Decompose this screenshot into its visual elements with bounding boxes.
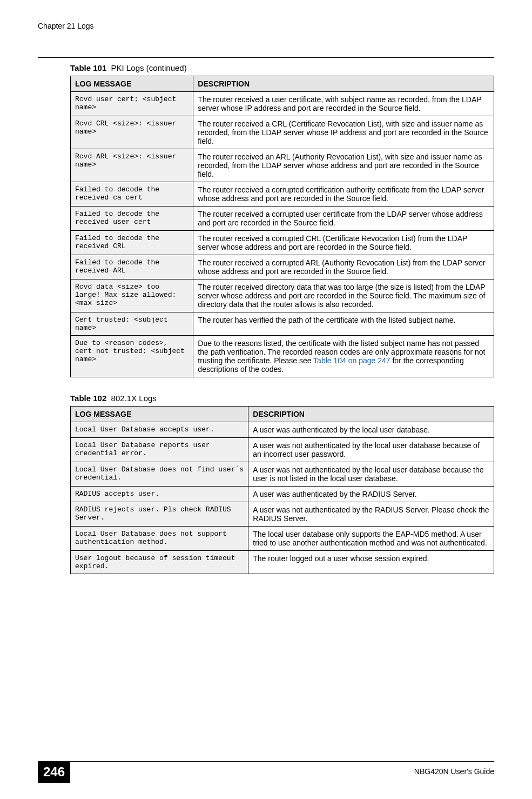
log-description: The router received directory data that … (193, 279, 494, 312)
table2-caption-number: Table 102 (70, 394, 106, 403)
log-description: The router received a user certificate, … (193, 92, 494, 116)
table1-caption-number: Table 101 (70, 63, 106, 72)
log-message: Rcvd data <size> too large! Max size all… (71, 279, 193, 312)
table-row: Failed to decode the received ca cert Th… (71, 182, 494, 207)
chapter-heading: Chapter 21 Logs (38, 22, 494, 30)
table-row: Rcvd CRL <size>: <issuer name> The route… (71, 116, 494, 149)
cross-reference-link[interactable]: Table 104 on page 247 (313, 356, 390, 365)
table1-header-desc: DESCRIPTION (193, 76, 494, 92)
guide-name: NBG420N User's Guide (414, 767, 494, 776)
log-message: Due to <reason codes>, cert not trusted:… (71, 336, 193, 377)
table-row: User logout because of session timeout e… (71, 551, 494, 574)
log-description: The router received a corrupted CRL (Cer… (193, 231, 494, 255)
log-message: Failed to decode the received CRL (71, 231, 193, 255)
page-footer: 246 NBG420N User's Guide (0, 761, 532, 783)
table2-header-log: LOG MESSAGE (71, 407, 248, 422)
log-description: The router received a corrupted certific… (193, 182, 494, 207)
log-message: RADIUS rejects user. Pls check RADIUS Se… (71, 502, 248, 527)
log-description: A user was authenticated by the local us… (248, 422, 494, 438)
table2-caption-text: 802.1X Logs (111, 394, 157, 403)
table-row: RADIUS rejects user. Pls check RADIUS Se… (71, 502, 494, 527)
log-message: Failed to decode the received ca cert (71, 182, 193, 207)
table-row: Local User Database does not support aut… (71, 527, 494, 551)
table-row: Local User Database reports user credent… (71, 438, 494, 462)
table-row: Rcvd ARL <size>: <issuer name> The route… (71, 149, 494, 182)
table1-caption: Table 101 PKI Logs (continued) (70, 63, 494, 72)
log-message: User logout because of session timeout e… (71, 551, 248, 574)
log-message: Failed to decode the received user cert (71, 207, 193, 231)
table-row: Rcvd user cert: <subject name> The route… (71, 92, 494, 116)
log-message: Local User Database accepts user. (71, 422, 248, 438)
table2-header-row: LOG MESSAGE DESCRIPTION (71, 407, 494, 422)
table-row: Local User Database does not find user`s… (71, 462, 494, 487)
page-number: 246 (38, 761, 70, 783)
log-message: Rcvd CRL <size>: <issuer name> (71, 116, 193, 149)
log-message: Cert trusted: <subject name> (71, 312, 193, 336)
log-description: The router received a corrupted user cer… (193, 207, 494, 231)
table1-caption-text: PKI Logs (continued) (111, 63, 187, 72)
log-description: A user was not authenticated by the loca… (248, 438, 494, 462)
pki-logs-table: LOG MESSAGE DESCRIPTION Rcvd user cert: … (70, 76, 494, 377)
log-description: The local user database only supports th… (248, 527, 494, 551)
table2-caption: Table 102 802.1X Logs (70, 394, 494, 403)
log-message: Failed to decode the received ARL (71, 255, 193, 279)
log-description: The router received a corrupted ARL (Aut… (193, 255, 494, 279)
log-description: A user was not authenticated by the loca… (248, 462, 494, 487)
table-row: Failed to decode the received CRL The ro… (71, 231, 494, 255)
table1-header-log: LOG MESSAGE (71, 76, 193, 92)
table-row: RADIUS accepts user. A user was authenti… (71, 487, 494, 502)
table-row: Due to <reason codes>, cert not trusted:… (71, 336, 494, 377)
8021x-logs-table: LOG MESSAGE DESCRIPTION Local User Datab… (70, 406, 494, 574)
log-message: RADIUS accepts user. (71, 487, 248, 502)
log-message: Local User Database does not find user`s… (71, 462, 248, 487)
log-message: Local User Database does not support aut… (71, 527, 248, 551)
log-description: A user was authenticated by the RADIUS S… (248, 487, 494, 502)
log-message: Rcvd user cert: <subject name> (71, 92, 193, 116)
table1-header-row: LOG MESSAGE DESCRIPTION (71, 76, 494, 92)
log-description: The router received an ARL (Authority Re… (193, 149, 494, 182)
table-row: Failed to decode the received user cert … (71, 207, 494, 231)
log-description: The router received a CRL (Certificate R… (193, 116, 494, 149)
table-row: Local User Database accepts user. A user… (71, 422, 494, 438)
log-description: Due to the reasons listed, the certifica… (193, 336, 494, 377)
header-rule (38, 46, 494, 58)
table-row: Rcvd data <size> too large! Max size all… (71, 279, 494, 312)
log-description: The router logged out a user whose sessi… (248, 551, 494, 574)
log-message: Local User Database reports user credent… (71, 438, 248, 462)
log-message: Rcvd ARL <size>: <issuer name> (71, 149, 193, 182)
log-description: The router has verified the path of the … (193, 312, 494, 336)
table2-header-desc: DESCRIPTION (248, 407, 494, 422)
table-row: Cert trusted: <subject name> The router … (71, 312, 494, 336)
log-description: A user was not authenticated by the RADI… (248, 502, 494, 527)
footer-rule (38, 761, 494, 762)
table-row: Failed to decode the received ARL The ro… (71, 255, 494, 279)
